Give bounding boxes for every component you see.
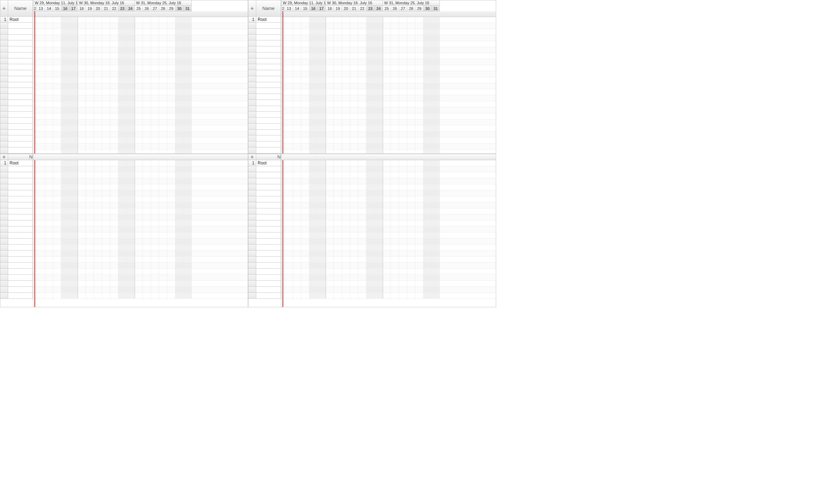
day-header[interactable]: 16 [61,6,69,11]
day-header[interactable]: 13 [285,6,293,11]
empty-name-cell[interactable] [256,202,281,208]
timeline-row[interactable] [281,275,496,281]
row-number-cell[interactable] [248,35,256,41]
timeline-row[interactable] [281,263,496,269]
empty-name-cell[interactable] [256,130,281,136]
empty-name-cell[interactable] [256,29,281,35]
row-number-cell[interactable] [0,52,8,58]
day-header[interactable]: 23 [118,6,127,11]
empty-name-cell[interactable] [256,88,281,94]
week-header[interactable]: W 30, Monday 18. July 16 [326,0,383,6]
timeline-row[interactable] [33,257,248,263]
add-row-button[interactable]: + [248,154,256,160]
timeline-row[interactable] [281,71,496,77]
row-number-cell[interactable] [248,124,256,130]
row-number-cell[interactable] [0,178,8,184]
row-number-cell[interactable] [248,82,256,88]
empty-name-cell[interactable] [256,46,281,52]
row-number-cell[interactable] [0,112,8,118]
timeline-row[interactable] [281,196,496,202]
timeline-row[interactable] [281,287,496,293]
empty-name-cell[interactable] [256,233,281,239]
row-number-cell[interactable] [0,196,8,202]
timeline-row[interactable] [33,59,248,65]
timeline-row[interactable] [281,184,496,190]
row-number-cell[interactable] [0,208,8,214]
row-number-cell[interactable] [0,269,8,275]
timeline-row[interactable] [281,107,496,113]
add-row-button[interactable]: + [248,0,256,17]
timeline-row[interactable] [281,220,496,226]
empty-name-cell[interactable] [256,76,281,82]
day-header[interactable]: 20 [342,6,350,11]
timeline-row[interactable] [33,77,248,83]
row-number-cell[interactable] [248,29,256,35]
day-header[interactable]: 31 [432,6,440,11]
week-header[interactable]: W 31, Monday 25. July 16 [135,0,192,6]
empty-name-cell[interactable] [256,196,281,202]
row-number-cell[interactable] [0,29,8,35]
empty-name-cell[interactable] [8,251,33,257]
day-header[interactable]: 30 [424,6,432,11]
day-header[interactable]: 26 [143,6,151,11]
row-number-cell[interactable]: 1 [0,160,8,166]
timeline-row[interactable] [33,41,248,47]
timeline-row[interactable] [33,214,248,220]
day-header[interactable]: 19 [334,6,342,11]
timeline-area[interactable] [33,154,248,307]
row-number-cell[interactable] [248,88,256,94]
week-header[interactable]: W 31, Monday 25. July 16 [383,0,440,6]
task-name-cell[interactable]: Root [8,160,33,166]
name-column-header[interactable]: N [8,154,33,160]
empty-name-cell[interactable] [8,220,33,226]
empty-name-cell[interactable] [256,172,281,178]
day-header[interactable]: 18 [326,6,334,11]
empty-name-cell[interactable] [256,82,281,88]
empty-name-cell[interactable] [8,29,33,35]
empty-name-cell[interactable] [8,269,33,275]
empty-name-cell[interactable] [256,214,281,220]
day-header[interactable]: 26 [391,6,399,11]
empty-name-cell[interactable] [256,166,281,172]
timeline-row[interactable] [33,17,248,23]
row-number-cell[interactable] [248,94,256,100]
row-number-cell[interactable] [248,100,256,106]
empty-name-cell[interactable] [256,239,281,245]
empty-name-cell[interactable] [8,196,33,202]
day-header[interactable]: 17 [69,6,78,11]
timeline-row[interactable] [281,239,496,245]
empty-name-cell[interactable] [8,23,33,29]
add-row-button[interactable]: + [0,0,8,17]
empty-name-cell[interactable] [256,293,281,299]
row-number-cell[interactable] [0,251,8,257]
timeline-row[interactable] [33,226,248,233]
day-header[interactable]: 24 [375,6,383,11]
row-number-cell[interactable] [248,76,256,82]
row-number-cell[interactable] [0,141,8,147]
empty-name-cell[interactable] [256,178,281,184]
empty-name-cell[interactable] [8,135,33,141]
empty-name-cell[interactable] [256,263,281,269]
row-number-cell[interactable] [248,118,256,124]
row-number-cell[interactable] [248,52,256,58]
row-number-cell[interactable] [0,46,8,52]
row-number-cell[interactable] [0,220,8,226]
empty-name-cell[interactable] [8,166,33,172]
timeline-row[interactable] [281,77,496,83]
row-number-cell[interactable] [248,40,256,46]
timeline-row[interactable] [33,196,248,202]
empty-name-cell[interactable] [8,263,33,269]
row-number-cell[interactable] [0,257,8,263]
row-number-cell[interactable] [0,281,8,287]
timeline-row[interactable] [281,257,496,263]
timeline-area[interactable] [281,154,496,307]
day-header[interactable]: 2 [33,6,37,11]
empty-name-cell[interactable] [8,141,33,147]
timeline-row[interactable] [33,233,248,239]
timeline-row[interactable] [281,172,496,178]
timeline-row[interactable] [33,202,248,208]
row-number-cell[interactable] [248,46,256,52]
timeline-row[interactable] [281,35,496,41]
timeline-row[interactable] [33,281,248,287]
empty-name-cell[interactable] [256,118,281,124]
